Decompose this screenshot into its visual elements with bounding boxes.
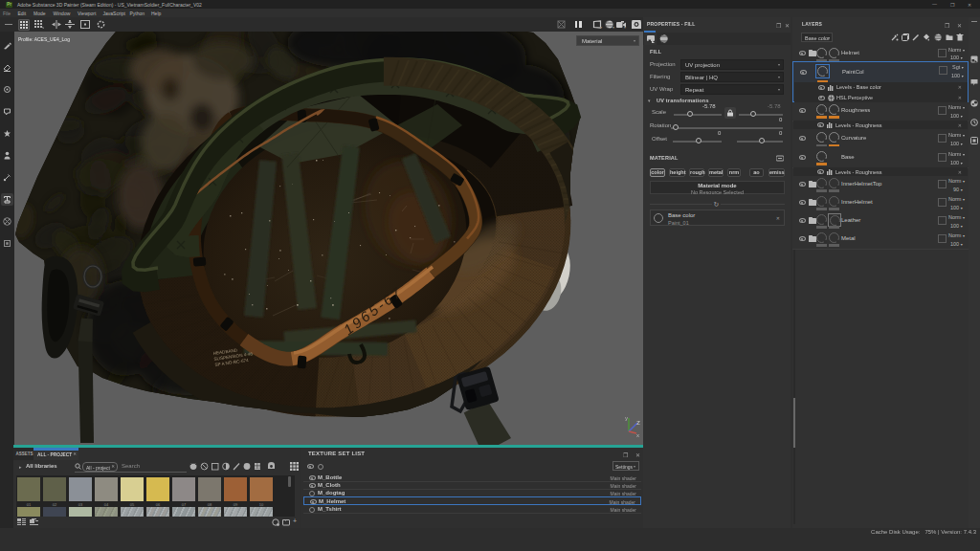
svg-text:z: z: [636, 418, 640, 427]
svg-text:x: x: [636, 432, 639, 438]
svg-text:y: y: [625, 415, 628, 421]
